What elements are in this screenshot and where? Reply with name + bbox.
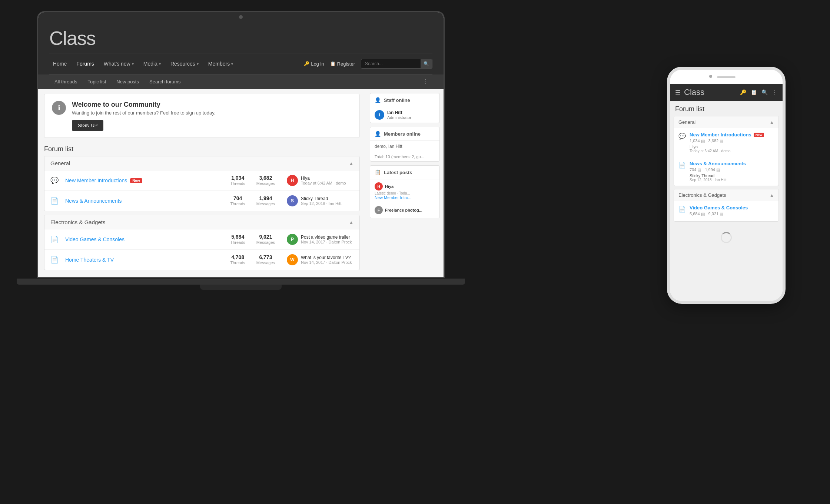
forum-row-news: 📄 News & Announcements 704 Threads [44, 191, 359, 211]
phone-forum-info-news: News & Announcements 704 ▤ 1,994 ▤ [690, 161, 774, 182]
forum-sidebar: 👤 Staff online I Ian Hitt Administrator [366, 89, 444, 277]
phone-electronics-collapse[interactable]: ▲ [770, 193, 774, 198]
forum-latest-videogames: P Post a video game trailer Nov 14, 2017… [287, 234, 353, 245]
phone-messages-vg: 9,021 ▤ [708, 212, 724, 216]
avatar-videogames: P [287, 234, 298, 245]
latest-post-thread-hiya[interactable]: New Member Intro... [375, 195, 435, 200]
sub-nav-search-forums[interactable]: Search forums [144, 75, 186, 88]
nav-forums[interactable]: Forums [73, 59, 97, 69]
nav-members[interactable]: Members ▾ [205, 59, 237, 69]
signup-button[interactable]: SIGN UP [72, 120, 103, 131]
nav-resources[interactable]: Resources ▾ [167, 59, 202, 69]
phone-general-collapse[interactable]: ▲ [770, 120, 774, 125]
login-button[interactable]: 🔑 Log in [304, 61, 324, 67]
laptop-camera [239, 15, 243, 19]
nav-right: 🔑 Log in 📋 Register 🔍 [304, 59, 432, 69]
phone-forum-new-member: 💬 New Member Introductions New 1,034 ▤ [674, 128, 778, 157]
latest-post-freelance: F Freelance photog... [370, 203, 439, 218]
forum-content: ℹ Welcome to our Community Wanting to jo… [38, 89, 366, 277]
phone-forum-news: 📄 News & Announcements 704 ▤ [674, 157, 778, 186]
phone-new-badge: New [754, 133, 764, 137]
sub-nav-new-posts[interactable]: New posts [111, 75, 144, 88]
phone-stats-videogames: 5,684 ▤ 9,021 ▤ [690, 212, 774, 216]
forum-info-hometheater: Home Theaters & TV [65, 257, 226, 263]
phone-speaker [717, 76, 736, 78]
messages-stat: 3,682 Messages [256, 175, 275, 186]
laptop-base [17, 278, 465, 285]
forum-name-news[interactable]: News & Announcements [65, 198, 226, 204]
nav-media[interactable]: Media ▾ [140, 59, 165, 69]
welcome-title: Welcome to our Community [72, 101, 215, 109]
phone-forum-icon-videogames: 📄 [678, 206, 686, 213]
phone-search-icon[interactable]: 🔍 [761, 89, 768, 95]
phone-latest-news: Sticky Thread [690, 173, 774, 178]
phone-more-icon[interactable]: ⋮ [772, 89, 777, 95]
nav-home[interactable]: Home [49, 59, 70, 69]
phone-forum-name-news[interactable]: News & Announcements [690, 161, 774, 166]
sub-nav: All threads Topic list New posts Search … [38, 74, 444, 89]
forum-row-hometheater: 📄 Home Theaters & TV 4,708 Threads [44, 250, 359, 270]
phone-messages-news: 1,994 ▤ [705, 168, 720, 172]
forum-title: Class [49, 20, 432, 53]
phone-electronics-title: Electronics & Gadgets [678, 192, 726, 198]
members-list: demo, Ian Hitt [370, 141, 439, 152]
forum-info-new-member: New Member Introductions New [65, 178, 226, 183]
electronics-title: Electronics & Gadgets [50, 219, 105, 225]
forum-latest-hometheater: W What is your favorite TV? Nov 14, 2017… [287, 254, 353, 265]
phone-forum-info-videogames: Video Games & Consoles 5,684 ▤ 9,021 ▤ [690, 205, 774, 218]
search-input[interactable] [361, 59, 421, 68]
forum-name-hometheater[interactable]: Home Theaters & TV [65, 257, 226, 263]
nav-whats-new[interactable]: What's new ▾ [100, 59, 137, 69]
latest-post-avatar-hiya: H [375, 182, 383, 190]
vg-messages-stat: 9,021 Messages [256, 234, 275, 245]
phone-general-header: General ▲ [674, 116, 778, 128]
latest-icon: 📋 [375, 169, 381, 175]
search-bar[interactable]: 🔍 [361, 59, 432, 69]
avatar-news: S [287, 195, 298, 206]
general-collapse[interactable]: ▲ [349, 161, 353, 166]
phone-stats-news: 704 ▤ 1,994 ▤ [690, 168, 774, 172]
phone-screen: ☰ Class 🔑 📋 🔍 ⋮ Forum list General ▲ [670, 70, 783, 301]
phone-camera [709, 75, 712, 78]
forum-row-videogames: 📄 Video Games & Consoles 5,684 Threads [44, 229, 359, 250]
latest-info-hometheater: What is your favorite TV? Nov 14, 2017 ·… [301, 255, 352, 265]
phone-forum-icon-news: 📄 [678, 162, 686, 169]
phone-forum-icon-new-member: 💬 [678, 133, 686, 140]
phone-doc-icon[interactable]: 📋 [751, 89, 757, 95]
members-online-header: 👤 Members online [370, 127, 439, 141]
welcome-subtitle: Wanting to join the rest of our members?… [72, 110, 215, 116]
ht-messages-stat: 6,773 Messages [256, 254, 275, 265]
phone-body: ☰ Class 🔑 📋 🔍 ⋮ Forum list General ▲ [667, 67, 786, 304]
sub-nav-more[interactable]: ⋮ [419, 74, 432, 89]
news-messages-stat: 1,994 Messages [256, 195, 275, 206]
phone-forum-name-videogames[interactable]: Video Games & Consoles [690, 205, 774, 210]
latest-post-avatar-freelance: F [375, 206, 383, 214]
media-arrow: ▾ [159, 62, 161, 66]
electronics-collapse[interactable]: ▲ [349, 220, 353, 225]
forum-name-new-member[interactable]: New Member Introductions New [65, 178, 226, 183]
welcome-icon: ℹ [52, 101, 66, 115]
general-title: General [50, 160, 70, 166]
phone-device: ☰ Class 🔑 📋 🔍 ⋮ Forum list General ▲ [667, 67, 786, 304]
latest-post-user-hiya: H Hiya [375, 182, 435, 190]
avatar-hometheater: W [287, 254, 298, 265]
phone-electronics-header: Electronics & Gadgets ▲ [674, 189, 778, 201]
forum-row-new-member: 💬 New Member Introductions New 1,034 [44, 170, 359, 191]
forum-header: Class Home Forums What's new ▾ [38, 12, 444, 74]
search-button[interactable]: 🔍 [421, 59, 432, 68]
welcome-text: Welcome to our Community Wanting to join… [72, 101, 215, 131]
phone-messages-new-member: 3,682 ▤ [708, 139, 724, 143]
phone-key-icon[interactable]: 🔑 [740, 89, 746, 95]
phone-menu-icon[interactable]: ☰ [675, 89, 680, 96]
sub-nav-topic-list[interactable]: Topic list [82, 75, 111, 88]
latest-post-hiya: H Hiya Latest: demo · Toda... New Member… [370, 179, 439, 203]
forum-stats-videogames: 5,684 Threads 9,021 Messages [230, 234, 275, 245]
phone-forum-info-new-member: New Member Introductions New 1,034 ▤ 3,6… [690, 132, 774, 153]
phone-latest-new-member: Hiya [690, 145, 774, 149]
phone-threads-new-member: 1,034 ▤ [690, 139, 705, 143]
forum-nav: Home Forums What's new ▾ Media ▾ [49, 53, 432, 74]
forum-name-videogames[interactable]: Video Games & Consoles [65, 236, 226, 242]
sub-nav-all-threads[interactable]: All threads [49, 75, 82, 88]
register-button[interactable]: 📋 Register [330, 61, 355, 67]
phone-forum-name-new-member[interactable]: New Member Introductions New [690, 132, 774, 137]
